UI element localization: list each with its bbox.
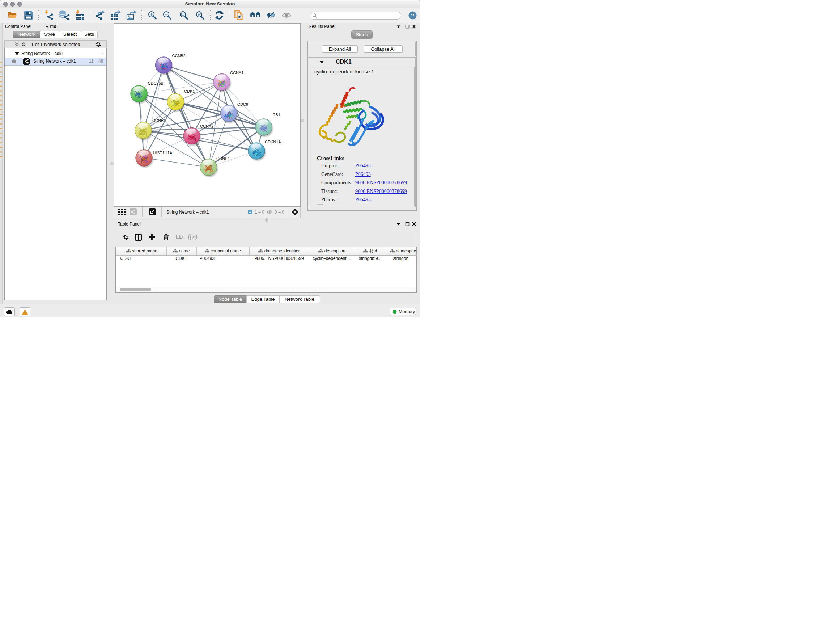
svg-text:CCNB2: CCNB2	[172, 54, 186, 58]
svg-text:CCNA2: CCNA2	[200, 124, 213, 128]
svg-text:CDKN1A: CDKN1A	[265, 140, 281, 144]
svg-text:CDC25B: CDC25B	[148, 81, 164, 86]
svg-text:CCNA1: CCNA1	[230, 71, 243, 75]
svg-text:RB1: RB1	[273, 112, 280, 117]
svg-text:CDC6: CDC6	[237, 102, 248, 106]
svg-text:CDK1: CDK1	[184, 89, 195, 93]
svg-text:CCNB1: CCNB1	[152, 119, 166, 123]
svg-text:HIST1H1A: HIST1H1A	[153, 150, 172, 155]
svg-text:CCNE1: CCNE1	[216, 157, 230, 161]
svg-text:?: ?	[411, 12, 414, 19]
